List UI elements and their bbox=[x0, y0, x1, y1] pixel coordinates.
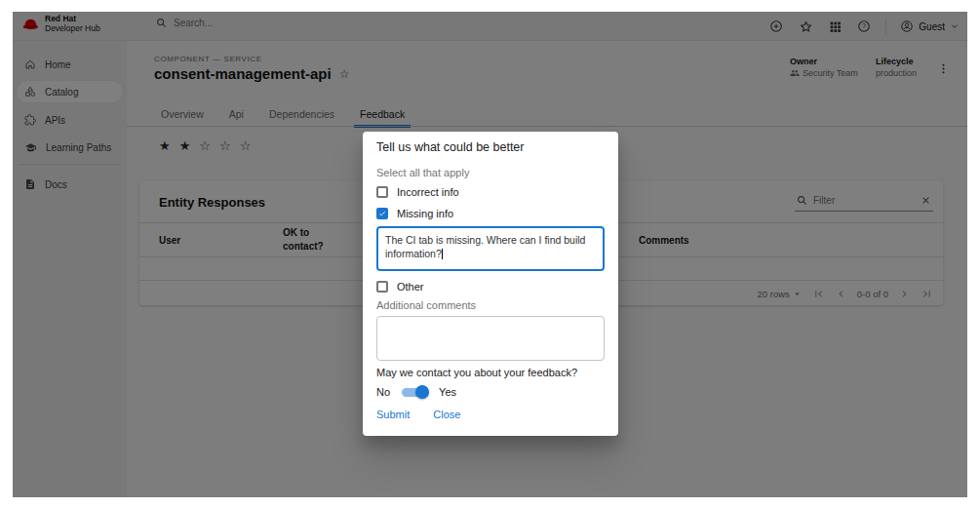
feedback-dialog: Tell us what could be better Select all … bbox=[363, 132, 618, 436]
missing-info-text: The CI tab is missing. Where can I find … bbox=[385, 234, 585, 259]
check-icon bbox=[378, 209, 386, 218]
text-caret bbox=[442, 249, 443, 259]
missing-info-textarea[interactable]: The CI tab is missing. Where can I find … bbox=[376, 226, 605, 271]
toggle-off-label: No bbox=[376, 386, 390, 398]
checkbox-box-checked bbox=[376, 208, 388, 219]
close-button[interactable]: Close bbox=[433, 409, 460, 420]
checkbox-label: Incorrect info bbox=[397, 186, 459, 198]
contact-toggle[interactable] bbox=[400, 384, 429, 400]
checkbox-box-unchecked bbox=[376, 186, 388, 198]
select-all-label: Select all that apply bbox=[376, 167, 469, 178]
contact-toggle-row: No Yes bbox=[376, 384, 456, 400]
toggle-on-label: Yes bbox=[439, 386, 456, 398]
checkbox-box-unchecked bbox=[376, 281, 388, 293]
dialog-title: Tell us what could be better bbox=[376, 140, 524, 154]
checkbox-incorrect-info[interactable]: Incorrect info bbox=[376, 186, 459, 198]
checkbox-missing-info[interactable]: Missing info bbox=[376, 208, 453, 219]
checkbox-label: Missing info bbox=[397, 208, 453, 219]
checkbox-other[interactable]: Other bbox=[376, 281, 424, 293]
dialog-actions: Submit Close bbox=[376, 409, 460, 420]
checkbox-label: Other bbox=[397, 281, 424, 293]
contact-question: May we contact you about your feedback? bbox=[376, 367, 577, 378]
submit-button[interactable]: Submit bbox=[376, 409, 410, 420]
toggle-thumb bbox=[415, 385, 429, 399]
additional-comments-textarea[interactable] bbox=[376, 316, 605, 361]
additional-comments-label: Additional comments bbox=[376, 299, 476, 311]
